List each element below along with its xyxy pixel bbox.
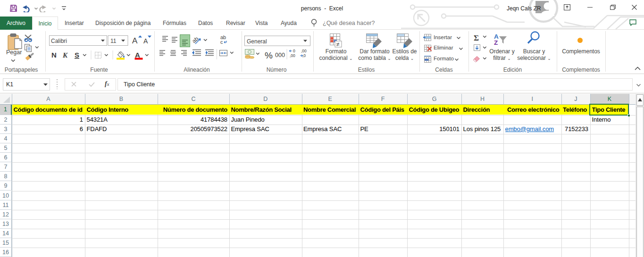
svg-text:S: S [75, 51, 79, 59]
svg-text:,00: ,00 [301, 49, 307, 53]
svg-text:Z: Z [494, 39, 498, 46]
svg-text:N: N [51, 51, 57, 59]
svg-text:K: K [62, 51, 68, 59]
svg-text:A: A [135, 51, 140, 59]
svg-text:%: % [265, 50, 273, 60]
svg-text:,00: ,00 [290, 53, 295, 58]
svg-text:ab: ab [191, 35, 200, 45]
svg-text:c: c [220, 39, 223, 45]
svg-text:0: 0 [293, 49, 295, 53]
svg-text:000: 000 [275, 52, 285, 58]
svg-text:Σ: Σ [474, 33, 479, 42]
svg-text:A: A [132, 36, 138, 45]
svg-text:≠: ≠ [336, 41, 340, 48]
svg-text:A: A [143, 37, 148, 45]
